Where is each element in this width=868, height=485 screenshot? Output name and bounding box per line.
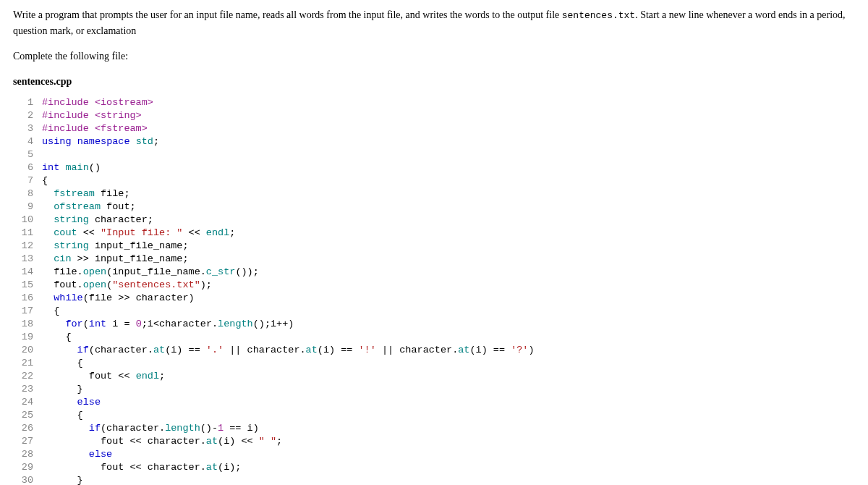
code-line: string character;: [42, 214, 535, 227]
code-line: file.open(input_file_name.c_str());: [42, 266, 535, 279]
code-line: while(file >> character): [42, 292, 535, 305]
line-number: 7: [13, 174, 33, 187]
complete-text: Complete the following file:: [13, 48, 855, 64]
code-line: #include <string>: [42, 109, 535, 122]
line-number: 12: [13, 240, 33, 253]
line-number: 30: [13, 474, 33, 486]
code-line: #include <iostream>: [42, 96, 535, 109]
code-line: fout << endl;: [42, 370, 535, 383]
line-number: 8: [13, 187, 33, 201]
code-line: {: [42, 174, 535, 187]
filename-heading: sentences.cpp: [13, 74, 855, 89]
code-line: [42, 148, 535, 161]
code-line: {: [42, 357, 535, 370]
line-number: 27: [13, 435, 33, 448]
line-number: 6: [13, 161, 33, 174]
code-line: if(character.length()-1 == i): [42, 422, 535, 435]
code-line: }: [42, 383, 535, 396]
line-number: 2: [13, 109, 33, 122]
code-line: {: [42, 409, 535, 422]
line-number: 10: [13, 214, 33, 227]
line-number: 17: [13, 305, 33, 318]
line-number: 4: [13, 135, 33, 148]
line-number: 22: [13, 370, 33, 383]
line-number: 24: [13, 396, 33, 409]
code-line: {: [42, 331, 535, 344]
code-line: if(character.at(i) == '.' || character.a…: [42, 344, 535, 357]
code-line: cout << "Input file: " << endl;: [42, 227, 535, 240]
line-number: 26: [13, 422, 33, 435]
line-number: 29: [13, 461, 33, 474]
line-number: 28: [13, 448, 33, 461]
line-number: 14: [13, 266, 33, 279]
line-number: 21: [13, 357, 33, 370]
code-line: else: [42, 396, 535, 409]
code-line: cin >> input_file_name;: [42, 253, 535, 266]
line-number: 18: [13, 318, 33, 331]
line-number: 9: [13, 201, 33, 214]
code-line: using namespace std;: [42, 135, 535, 148]
code-line: for(int i = 0;i<character.length();i++): [42, 318, 535, 331]
code-line: ofstream fout;: [42, 201, 535, 214]
line-number: 15: [13, 279, 33, 292]
line-number: 25: [13, 409, 33, 422]
code-line: fout << character.at(i) << " ";: [42, 435, 535, 448]
line-number: 16: [13, 292, 33, 305]
question-text: Write a program that prompts the user fo…: [13, 7, 855, 38]
line-number: 20: [13, 344, 33, 357]
line-number: 23: [13, 383, 33, 396]
code-line: }: [42, 474, 535, 486]
line-number: 3: [13, 122, 33, 135]
code-line: {: [42, 305, 535, 318]
code-line: fout << character.at(i);: [42, 461, 535, 474]
code-line: fstream file;: [42, 187, 535, 201]
code-line: int main(): [42, 161, 535, 174]
code-line: #include <fstream>: [42, 122, 535, 135]
question-part1: Write a program that prompts the user fo…: [13, 9, 562, 20]
code-line: else: [42, 448, 535, 461]
line-number: 5: [13, 148, 33, 161]
code-block: 1234567891011121314151617181920212223242…: [13, 96, 855, 486]
code-content: #include <iostream>#include <string>#inc…: [42, 96, 535, 486]
line-number: 1: [13, 96, 33, 109]
line-number-gutter: 1234567891011121314151617181920212223242…: [13, 96, 42, 486]
code-line: string input_file_name;: [42, 240, 535, 253]
line-number: 13: [13, 253, 33, 266]
code-line: fout.open("sentences.txt");: [42, 279, 535, 292]
line-number: 11: [13, 227, 33, 240]
question-codefile: sentences.txt: [562, 10, 635, 21]
line-number: 19: [13, 331, 33, 344]
